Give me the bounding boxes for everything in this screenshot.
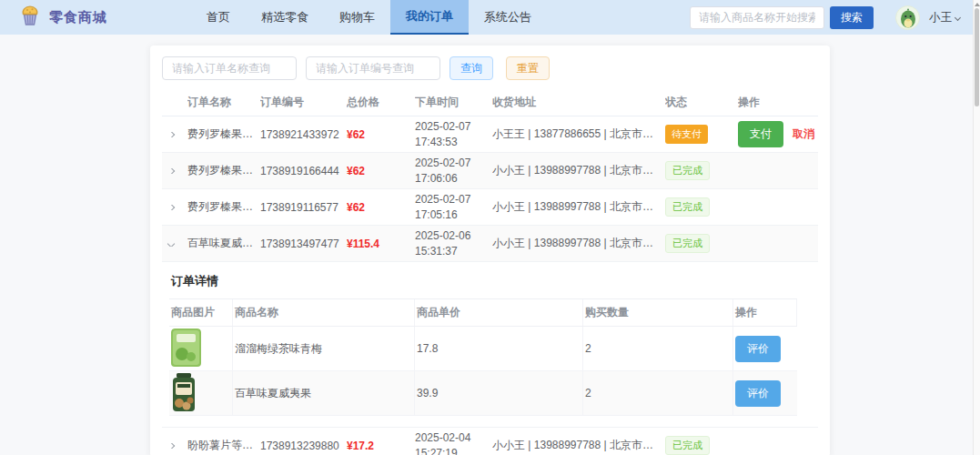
order-name: 费列罗榛果威... [187,126,260,142]
user-menu[interactable]: 小王 [929,10,960,25]
chevron-right-icon [167,168,175,174]
reset-button[interactable]: 重置 [506,56,550,80]
expand-row-button[interactable] [162,168,187,174]
col-total-price: 总价格 [347,95,415,110]
col-address: 收货地址 [492,95,665,110]
table-row: 费列罗榛果威... 1738921433972 ¥62 2025-02-0717… [162,116,818,153]
orders-table-header: 订单名称 订单编号 总价格 下单时间 收货地址 状态 操作 [162,89,818,116]
order-detail-header: 商品图片 商品名称 商品单价 购买数量 操作 [169,299,797,327]
avatar[interactable] [895,5,920,30]
scrollbar-thumb[interactable] [975,8,979,106]
username-label: 小王 [929,10,952,25]
pay-button[interactable]: 支付 [738,121,783,147]
order-no: 1738913239880 [260,440,347,452]
expand-row-button[interactable] [162,132,187,137]
col-actions: 操作 [738,95,818,110]
order-time: 2025-02-0615:31:37 [415,228,492,259]
nav-home[interactable]: 首页 [191,0,246,35]
review-button[interactable]: 评价 [735,336,781,362]
chevron-right-icon [167,443,175,449]
col-quantity: 购买数量 [583,299,733,326]
col-order-time: 下单时间 [415,95,492,110]
status-badge: 已完成 [665,234,710,253]
chevron-right-icon [167,205,175,210]
page-scrollbar[interactable] [973,0,980,455]
chevron-down-icon [167,241,175,247]
order-address: 小小王 | 13988997788 | 北京市朝阳区东... [492,236,665,251]
nav-cart[interactable]: 购物车 [324,0,390,35]
col-detail-actions: 操作 [733,299,797,326]
product-image [171,373,197,414]
nav-announcements[interactable]: 系统公告 [469,0,547,35]
orders-card: 查询 重置 订单名称 订单编号 总价格 下单时间 收货地址 状态 操作 费列罗榛… [150,46,830,455]
expand-row-button[interactable] [162,205,187,210]
order-name-filter-input[interactable] [162,56,297,80]
col-product-image: 商品图片 [169,299,233,326]
order-address: 小小王 | 13988997788 | 北京市朝阳区东... [492,438,665,453]
product-search-input[interactable] [690,6,824,29]
order-no: 1738921433972 [260,128,347,141]
col-order-name: 订单名称 [187,95,260,110]
table-row: 盼盼薯片等2... 1738913239880 ¥17.2 2025-02-04… [162,428,818,455]
expand-row-button[interactable] [162,443,187,449]
order-detail-title: 订单详情 [171,273,818,289]
status-badge: 已完成 [665,197,710,217]
table-row: 费列罗榛果威... 1738919116577 ¥62 2025-02-0717… [162,189,818,226]
order-detail-table: 商品图片 商品名称 商品单价 购买数量 操作 [169,298,797,416]
product-image [171,329,201,369]
cancel-link[interactable]: 取消 [793,126,814,142]
brand-title: 零食商城 [49,9,107,26]
order-no: 1738919116577 [260,201,347,214]
collapse-row-button[interactable] [162,241,187,247]
order-name: 盼盼薯片等2... [187,438,260,453]
chevron-down-icon [955,14,961,20]
order-time: 2025-02-0717:05:16 [415,192,492,223]
col-order-no: 订单编号 [260,95,347,110]
product-name: 百草味夏威夷果 [233,371,415,415]
order-time: 2025-02-0415:27:19 [415,430,492,455]
order-no: 1738919166444 [260,165,347,177]
order-address: 小王王 | 13877886655 | 北京市大兴区枫... [492,126,665,142]
order-price: ¥62 [347,201,415,214]
app-header: 零食商城 首页 精选零食 购物车 我的订单 系统公告 搜索 小王 [0,0,980,35]
order-price: ¥115.4 [347,238,415,250]
query-button[interactable]: 查询 [450,56,493,80]
nav-my-orders[interactable]: 我的订单 [390,0,469,35]
review-button[interactable]: 评价 [735,380,781,407]
col-unit-price: 商品单价 [415,299,583,326]
status-badge: 待支付 [665,125,708,144]
order-detail-panel: 订单详情 商品图片 商品名称 商品单价 购买数量 操作 [162,262,818,428]
col-product-name: 商品名称 [233,299,415,326]
order-price: ¥17.2 [347,440,415,452]
nav-featured-snacks[interactable]: 精选零食 [246,0,324,35]
product-price: 39.9 [415,371,583,415]
product-qty: 2 [583,371,733,415]
product-price: 17.8 [415,327,583,370]
product-row: 百草味夏威夷果 39.9 2 评价 [169,371,797,416]
table-row-expanded: 百草味夏威夷... 1738913497477 ¥115.4 2025-02-0… [162,226,818,262]
order-name: 百草味夏威夷... [187,236,260,251]
status-badge: 已完成 [665,436,710,455]
col-status: 状态 [665,95,738,110]
main-nav: 首页 精选零食 购物车 我的订单 系统公告 [191,0,547,35]
order-price: ¥62 [347,128,415,141]
order-address: 小小王 | 13988997788 | 北京市朝阳区东... [492,199,665,215]
brand-logo[interactable]: 零食商城 [18,4,107,31]
order-no: 1738913497477 [260,238,347,250]
chevron-right-icon [167,132,175,137]
search-button[interactable]: 搜索 [830,6,874,29]
order-time: 2025-02-0717:43:53 [415,119,492,150]
order-price: ¥62 [347,165,415,177]
order-name: 费列罗榛果威... [187,199,260,215]
scrollbar-up-arrow-icon[interactable] [975,3,980,6]
orders-table: 订单名称 订单编号 总价格 下单时间 收货地址 状态 操作 费列罗榛果威... … [162,89,818,455]
order-no-filter-input[interactable] [306,56,440,80]
order-filters: 查询 重置 [162,56,818,80]
order-address: 小小王 | 13988997788 | 北京市朝阳区东... [492,163,665,178]
table-row: 费列罗榛果威... 1738919166444 ¥62 2025-02-0717… [162,153,818,189]
product-qty: 2 [583,327,733,370]
order-name: 费列罗榛果威... [187,163,260,178]
status-badge: 已完成 [665,161,710,180]
cupcake-logo-icon [18,4,42,31]
order-time: 2025-02-0717:06:06 [415,156,492,187]
